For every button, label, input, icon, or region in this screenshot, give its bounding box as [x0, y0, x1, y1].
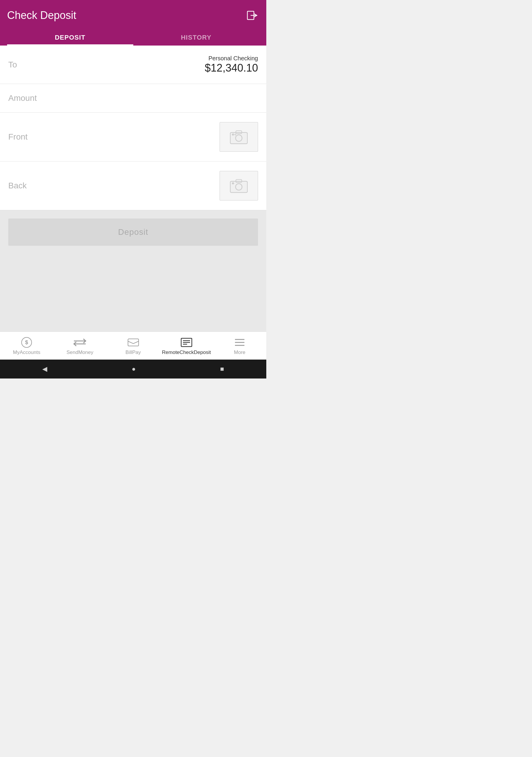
main-content: To Personal Checking $12,340.10 Amount F… [0, 45, 266, 331]
more-icon [233, 337, 246, 348]
deposit-button[interactable]: Deposit [8, 219, 258, 246]
bottom-navigation: $ MyAccounts SendMoney BillPay [0, 331, 266, 360]
tab-history[interactable]: HISTORY [133, 28, 259, 45]
my-accounts-label: MyAccounts [13, 349, 41, 355]
bill-pay-label: BillPay [126, 349, 141, 355]
tab-bar: DEPOSIT HISTORY [7, 28, 259, 45]
back-camera-button[interactable]: + [220, 171, 258, 200]
my-accounts-icon: $ [20, 337, 33, 348]
remote-check-deposit-label: RemoteCheckDeposit [162, 349, 211, 355]
nav-bill-pay[interactable]: BillPay [106, 332, 160, 360]
tab-deposit[interactable]: DEPOSIT [7, 28, 133, 45]
amount-label: Amount [8, 93, 37, 103]
svg-text:+: + [232, 181, 234, 186]
amount-field[interactable]: Amount [0, 84, 266, 113]
back-label: Back [8, 181, 27, 191]
recents-button[interactable]: ■ [220, 365, 224, 373]
more-label: More [234, 349, 246, 355]
bill-pay-icon [127, 337, 140, 348]
remote-check-deposit-icon [180, 337, 193, 348]
account-balance: $12,340.10 [205, 62, 258, 74]
send-money-label: SendMoney [67, 349, 93, 355]
nav-send-money[interactable]: SendMoney [53, 332, 106, 360]
front-label: Front [8, 132, 27, 142]
front-camera-button[interactable]: + + [220, 122, 258, 152]
send-money-icon [73, 337, 86, 348]
exit-icon[interactable] [245, 8, 259, 22]
svg-rect-17 [128, 339, 139, 346]
app-header: Check Deposit DEPOSIT HISTORY [0, 0, 266, 45]
account-info: Personal Checking $12,340.10 [205, 55, 258, 74]
page-title: Check Deposit [7, 9, 76, 21]
svg-text:$: $ [25, 340, 28, 346]
account-name: Personal Checking [205, 55, 258, 62]
gray-area: Deposit [0, 210, 266, 331]
nav-more[interactable]: More [213, 332, 266, 360]
to-label: To [8, 60, 17, 70]
home-button[interactable]: ● [132, 365, 136, 373]
to-field[interactable]: To Personal Checking $12,340.10 [0, 45, 266, 84]
back-button[interactable]: ◀ [42, 365, 47, 373]
nav-my-accounts[interactable]: $ MyAccounts [0, 332, 53, 360]
nav-remote-check-deposit[interactable]: RemoteCheckDeposit [160, 332, 213, 360]
back-field: Back + [0, 162, 266, 210]
system-nav-bar: ◀ ● ■ [0, 360, 266, 378]
front-field: Front + + [0, 113, 266, 162]
svg-text:+: + [232, 132, 234, 137]
